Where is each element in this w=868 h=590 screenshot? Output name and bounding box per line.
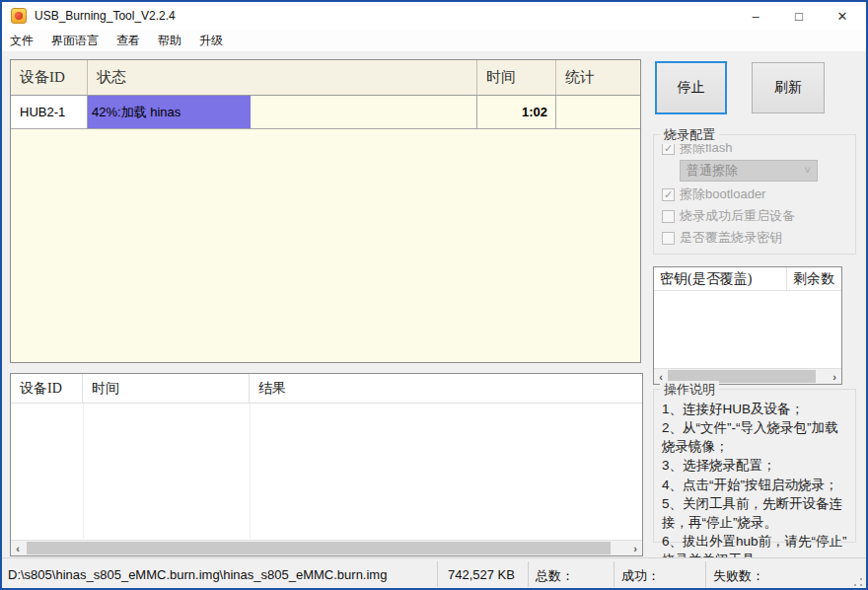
result-table: 设备ID 时间 结果 ‹ › [10, 373, 643, 556]
result-table-hscrollbar[interactable]: ‹ › [11, 540, 642, 555]
header-key: 密钥(是否覆盖) [654, 267, 787, 290]
status-bar: D:\s805\hinas_s805_eMMC.burn.img\hinas_s… [2, 557, 866, 590]
column-divider [83, 404, 84, 539]
menu-language[interactable]: 界面语言 [51, 33, 99, 49]
scroll-right-icon[interactable]: › [828, 369, 841, 384]
instruction-line: 4、点击“开始”按钮启动烧录； [662, 476, 849, 494]
window-controls: – □ ✕ [734, 2, 864, 30]
resize-grip-icon[interactable] [853, 577, 863, 587]
overwrite-key-label: 是否覆盖烧录密钥 [680, 229, 782, 247]
status-cell: 42%:加载 hinas [88, 96, 477, 128]
burn-config-group: 烧录配置 ✓ 擦除flash 普通擦除 ˅ ✓ 擦除bootloader 烧录成… [653, 134, 856, 255]
instruction-line: 5、关闭工具前，先断开设备连接，再“停止”烧录。 [662, 494, 849, 532]
title-bar: USB_Burning_Tool_V2.2.4 – □ ✕ [2, 2, 866, 30]
column-divider [250, 404, 251, 539]
header-result: 结果 [250, 374, 642, 403]
app-icon [11, 8, 27, 24]
key-table-header: 密钥(是否覆盖) 剩余数 [654, 267, 841, 291]
window-title: USB_Burning_Tool_V2.2.4 [35, 9, 176, 23]
device-burn-table: 设备ID 状态 时间 统计 HUB2-1 42%:加载 hinas 1:02 [10, 59, 641, 363]
reboot-after-label: 烧录成功后重启设备 [680, 207, 795, 225]
menu-upgrade[interactable]: 升级 [199, 33, 223, 49]
device-id-cell: HUB2-1 [11, 96, 88, 128]
overwrite-key-row[interactable]: 是否覆盖烧录密钥 [662, 229, 855, 247]
status-file-path: D:\s805\hinas_s805_eMMC.burn.img\hinas_s… [8, 567, 387, 582]
instructions-group: 操作说明 1、连接好HUB及设备； 2、从“文件”-“导入烧录包”加载烧录镜像；… [653, 389, 856, 543]
app-window: USB_Burning_Tool_V2.2.4 – □ ✕ 文件 界面语言 查看… [0, 0, 868, 590]
device-table-header: 设备ID 状态 时间 统计 [11, 60, 640, 96]
header-stats: 统计 [556, 60, 640, 95]
instruction-line: 2、从“文件”-“导入烧录包”加载烧录镜像； [662, 418, 849, 456]
burn-config-title: 烧录配置 [660, 126, 719, 144]
maximize-button[interactable]: □ [777, 2, 821, 30]
status-file-size: 742,527 KB [448, 567, 515, 582]
instruction-line: 1、连接好HUB及设备； [662, 400, 849, 418]
menu-file[interactable]: 文件 [10, 33, 34, 49]
header-time: 时间 [83, 374, 250, 403]
reboot-after-row[interactable]: 烧录成功后重启设备 [662, 207, 855, 225]
device-row[interactable]: HUB2-1 42%:加载 hinas 1:02 [11, 96, 640, 129]
menu-help[interactable]: 帮助 [158, 33, 181, 49]
progress-label: 42%:加载 hinas [92, 96, 181, 128]
time-cell: 1:02 [477, 96, 556, 128]
menu-bar: 文件 界面语言 查看 帮助 升级 [2, 30, 866, 51]
chevron-down-icon: ˅ [805, 164, 811, 176]
erase-bootloader-row[interactable]: ✓ 擦除bootloader [662, 185, 855, 203]
scroll-right-icon[interactable]: › [628, 541, 642, 555]
overwrite-key-checkbox[interactable] [662, 232, 675, 245]
close-button[interactable]: ✕ [821, 2, 864, 30]
scroll-left-icon[interactable]: ‹ [11, 541, 25, 555]
header-time: 时间 [477, 60, 556, 95]
erase-bootloader-label: 擦除bootloader [680, 185, 765, 203]
reboot-after-checkbox[interactable] [662, 210, 675, 223]
refresh-button[interactable]: 刷新 [752, 62, 825, 113]
erase-mode-dropdown[interactable]: 普通擦除 ˅ [680, 160, 818, 182]
menu-view[interactable]: 查看 [116, 33, 140, 49]
header-device-id: 设备ID [11, 60, 88, 95]
minimize-button[interactable]: – [734, 2, 777, 30]
status-divider [437, 561, 438, 587]
stop-button[interactable]: 停止 [655, 61, 727, 114]
instruction-line: 3、选择烧录配置； [662, 456, 849, 475]
status-divider [528, 561, 529, 587]
erase-mode-value: 普通擦除 [687, 162, 738, 180]
stats-cell [556, 96, 640, 128]
status-divider [705, 561, 706, 587]
status-success-label: 成功： [621, 567, 660, 585]
status-fail-label: 失败数： [713, 567, 764, 585]
instructions-title: 操作说明 [660, 381, 719, 399]
header-device-id: 设备ID [11, 374, 83, 403]
status-total-label: 总数： [536, 567, 574, 585]
header-remaining: 剩余数 [787, 267, 841, 290]
header-status: 状态 [88, 60, 477, 95]
erase-bootloader-checkbox[interactable]: ✓ [662, 188, 675, 201]
result-table-header: 设备ID 时间 结果 [11, 374, 642, 404]
key-table: 密钥(是否覆盖) 剩余数 ‹ › [653, 266, 842, 385]
scroll-thumb[interactable] [27, 542, 611, 554]
instructions-body: 1、连接好HUB及设备； 2、从“文件”-“导入烧录包”加载烧录镜像； 3、选择… [654, 390, 855, 569]
status-divider [614, 561, 615, 587]
